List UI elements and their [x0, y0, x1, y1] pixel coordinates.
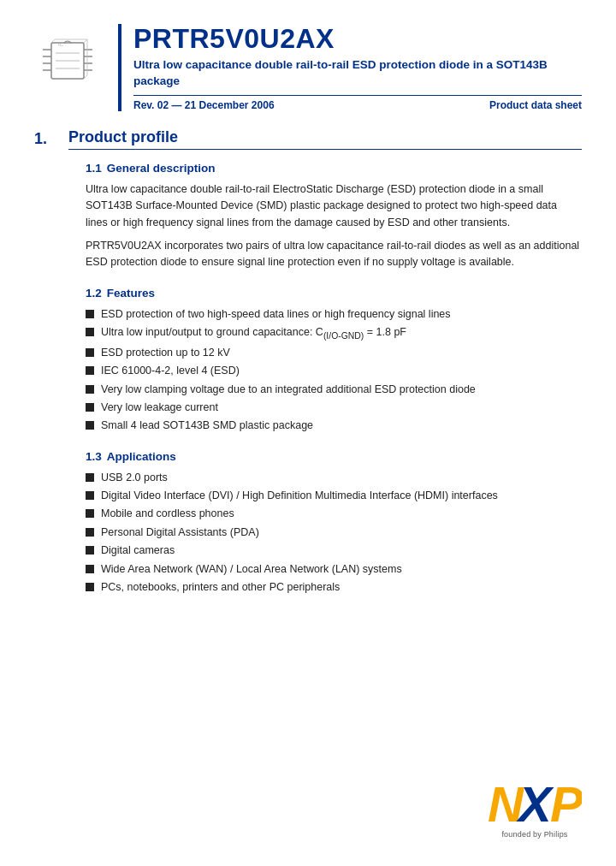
subsection-1-2-number: 1.2 — [86, 287, 102, 300]
list-item: Digital cameras — [86, 543, 582, 559]
list-item: Very low leakage current — [86, 400, 582, 416]
bullet-icon — [86, 310, 94, 318]
nxp-tagline: founded by Philips — [501, 830, 567, 839]
product-rev: Rev. 02 — 21 December 2006 — [133, 99, 275, 111]
list-item: Digital Video Interface (DVI) / High Def… — [86, 488, 582, 504]
product-rev-row: Rev. 02 — 21 December 2006 Product data … — [133, 95, 582, 111]
list-item: Mobile and cordless phones — [86, 506, 582, 522]
page-header: IC PRTR5V0U2AX Ultra low capacitance dou… — [0, 0, 616, 111]
list-item: Personal Digital Assistants (PDA) — [86, 525, 582, 541]
subsection-1-3: 1.3Applications USB 2.0 ports Digital Vi… — [34, 450, 582, 596]
subsection-1-1-title: 1.1General description — [86, 162, 582, 175]
bullet-icon — [86, 403, 94, 412]
general-desc-para-2: PRTR5V0U2AX incorporates two pairs of ul… — [86, 238, 582, 271]
list-item: USB 2.0 ports — [86, 470, 582, 486]
subsection-1-1: 1.1General description Ultra low capacit… — [34, 162, 582, 271]
product-title: PRTR5V0U2AX — [133, 24, 582, 54]
product-datasheet-label: Product data sheet — [489, 99, 582, 111]
bullet-icon — [86, 473, 94, 482]
header-content: PRTR5V0U2AX Ultra low capacitance double… — [118, 24, 582, 111]
list-item: Very low clamping voltage due to an inte… — [86, 382, 582, 398]
subsection-1-3-title: 1.3Applications — [86, 450, 582, 463]
footer-logo: N X P founded by Philips — [488, 777, 582, 839]
svg-text:X: X — [516, 777, 554, 828]
subsection-1-1-label: General description — [107, 162, 216, 175]
list-item: Wide Area Network (WAN) / Local Area Net… — [86, 561, 582, 578]
chip-illustration: IC — [34, 27, 103, 97]
bullet-icon — [86, 348, 94, 357]
svg-line-14 — [84, 39, 87, 43]
list-item: ESD protection of two high-speed data li… — [86, 306, 582, 323]
list-item: Small 4 lead SOT143B SMD plastic package — [86, 418, 582, 434]
bullet-icon — [86, 546, 94, 555]
features-list: ESD protection of two high-speed data li… — [86, 306, 582, 435]
bullet-icon — [86, 491, 94, 500]
subsection-1-1-number: 1.1 — [86, 162, 102, 175]
list-item: IEC 61000-4-2, level 4 (ESD) — [86, 363, 582, 379]
bullet-icon — [86, 565, 94, 573]
subsection-1-2-title: 1.2Features — [86, 287, 582, 300]
subsection-1-3-number: 1.3 — [86, 450, 102, 463]
section-1: 1. Product profile 1.1General descriptio… — [0, 111, 616, 596]
section-1-number: 1. — [34, 130, 58, 148]
bullet-icon — [86, 385, 94, 394]
subsection-1-2: 1.2Features ESD protection of two high-s… — [34, 287, 582, 435]
list-item: Ultra low input/output to ground capacit… — [86, 324, 582, 343]
bullet-icon — [86, 528, 94, 537]
bullet-icon — [86, 366, 94, 375]
product-subtitle: Ultra low capacitance double rail-to-rai… — [133, 57, 582, 90]
section-1-title-row: 1. Product profile — [34, 128, 582, 150]
general-desc-para-1: Ultra low capacitance double rail-to-rai… — [86, 181, 582, 231]
bullet-icon — [86, 421, 94, 430]
subsection-1-3-label: Applications — [107, 450, 176, 463]
list-item: PCs, notebooks, printers and other PC pe… — [86, 579, 582, 596]
svg-text:IC: IC — [58, 42, 64, 47]
bullet-icon — [86, 583, 94, 591]
bullet-icon — [86, 509, 94, 518]
subsection-1-2-label: Features — [107, 287, 155, 300]
bullet-icon — [86, 328, 94, 336]
list-item: ESD protection up to 12 kV — [86, 345, 582, 361]
svg-text:P: P — [550, 777, 582, 828]
applications-list: USB 2.0 ports Digital Video Interface (D… — [86, 470, 582, 596]
nxp-logo: N X P — [488, 777, 582, 828]
section-1-title: Product profile — [68, 128, 582, 150]
